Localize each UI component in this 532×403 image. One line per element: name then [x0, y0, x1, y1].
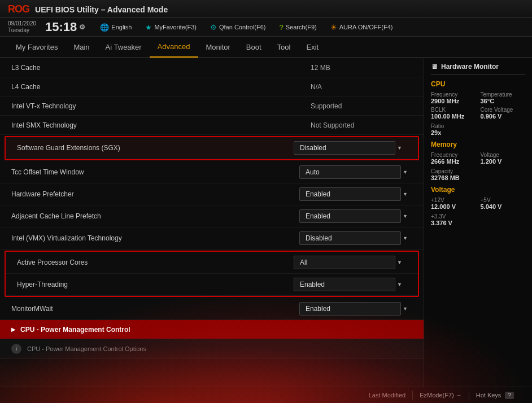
hw-cpu-grid: Frequency 2900 MHz Temperature 36°C BCLK…	[431, 91, 525, 120]
globe-icon: 🌐	[100, 23, 109, 32]
cpu-corevolt-label: Core Voltage	[481, 107, 526, 113]
search-button[interactable]: ? Search(F9)	[276, 22, 320, 33]
info-description-row: i CPU - Power Management Control Options	[0, 339, 424, 359]
v33-value: 3.376 V	[431, 220, 525, 226]
hw-voltage-title: Voltage	[431, 186, 525, 194]
qfan-button[interactable]: ⚙ Qfan Control(F6)	[207, 22, 269, 33]
cpu-ratio-value: 29x	[431, 129, 525, 136]
ezmode-label: EzMode(F7)	[420, 392, 454, 398]
info-buttons: 🌐 English ★ MyFavorite(F3) ⚙ Qfan Contro…	[97, 22, 396, 33]
setting-value: Supported	[311, 102, 412, 110]
tcc-dropdown[interactable]: Auto	[299, 165, 401, 179]
search-label: Search(F9)	[286, 24, 317, 30]
table-row: Hardware Prefetcher Enabled Disabled	[0, 183, 424, 205]
hw-memory-title: Memory	[431, 141, 525, 148]
favorite-icon: ★	[145, 23, 152, 32]
footer-hotkeys[interactable]: Hot Keys ?	[469, 391, 521, 400]
time-value: 15:18	[45, 20, 77, 34]
hyperthreading-dropdown[interactable]: Enabled Disabled	[294, 278, 395, 291]
qfan-icon: ⚙	[210, 23, 217, 32]
setting-label: Tcc Offset Time Window	[11, 168, 299, 176]
datetime: 09/01/2020 Tuesday	[8, 20, 36, 34]
aura-label: AURA ON/OFF(F4)	[339, 24, 393, 30]
aura-button[interactable]: ☀ AURA ON/OFF(F4)	[327, 22, 396, 33]
section-header-label: CPU - Power Management Control	[20, 326, 412, 334]
qfan-label: Qfan Control(F6)	[219, 24, 266, 30]
myfavorite-label: MyFavorite(F3)	[154, 24, 197, 30]
mem-freq-value: 2666 MHz	[431, 158, 476, 165]
nav-item-favorites[interactable]: My Favorites	[8, 36, 66, 58]
setting-value: 12 MB	[311, 64, 412, 72]
vmx-dropdown[interactable]: Disabled Enabled	[299, 231, 401, 245]
sgx-dropdown[interactable]: Disabled Enabled Software Controlled	[294, 141, 395, 155]
monitormwait-dropdown[interactable]: Enabled Disabled	[299, 302, 401, 316]
table-row: Intel SMX Technology Not Supported	[0, 116, 424, 135]
sgx-label: Software Guard Extensions (SGX)	[17, 144, 294, 152]
active-cores-dropdown[interactable]: All 1 2	[294, 256, 395, 269]
mem-volt-value: 1.200 V	[481, 158, 526, 165]
settings-table: L3 Cache 12 MB L4 Cache N/A Intel VT-x T…	[0, 58, 424, 387]
date-display: 09/01/2020	[8, 20, 36, 27]
table-row: Tcc Offset Time Window Auto	[0, 161, 424, 183]
cpu-bclk-label: BCLK	[431, 107, 476, 113]
tcc-dropdown-wrapper: Auto	[299, 165, 412, 179]
footer-last-modified: Last Modified	[362, 391, 413, 400]
mem-cap-value: 32768 MB	[431, 174, 525, 181]
v5-label: +5V	[481, 197, 526, 203]
aura-icon: ☀	[330, 23, 337, 32]
nav-item-aitweaker[interactable]: Ai Tweaker	[98, 36, 150, 58]
hw-monitor-title-text: Hardware Monitor	[441, 63, 499, 71]
hw-prefetch-dropdown-wrapper: Enabled Disabled	[299, 187, 412, 201]
day-display: Tuesday	[8, 27, 36, 34]
settings-gear-icon[interactable]: ⚙	[79, 23, 85, 31]
info-description-text: CPU - Power Management Control Options	[27, 345, 146, 352]
title-bar: ROG UEFI BIOS Utility – Advanced Mode	[0, 0, 532, 18]
cpu-ratio-label: Ratio	[431, 123, 525, 129]
table-row: L4 Cache N/A	[0, 77, 424, 97]
active-cores-label: Active Processor Cores	[17, 259, 294, 266]
myfavorite-button[interactable]: ★ MyFavorite(F3)	[142, 22, 200, 33]
cpu-bclk-value: 100.00 MHz	[431, 113, 476, 120]
nav-item-monitor[interactable]: Monitor	[198, 36, 238, 58]
mem-cap-label: Capacity	[431, 168, 525, 174]
hotkeys-label: Hot Keys	[476, 392, 502, 398]
setting-value: N/A	[311, 83, 412, 91]
nav-item-boot[interactable]: Boot	[238, 36, 269, 58]
adj-cache-dropdown-wrapper: Enabled Disabled	[299, 209, 412, 223]
sgx-row: Software Guard Extensions (SGX) Disabled…	[6, 137, 418, 159]
nav-item-exit[interactable]: Exit	[298, 36, 326, 58]
table-row: L3 Cache 12 MB	[0, 58, 424, 77]
language-label: English	[111, 24, 132, 30]
setting-label: L3 Cache	[11, 64, 311, 72]
table-row: Intel VT-x Technology Supported	[0, 97, 424, 116]
processor-border-group: Active Processor Cores All 1 2 Hyper-Thr…	[5, 251, 419, 297]
vmx-dropdown-wrapper: Disabled Enabled	[299, 231, 412, 245]
hw-item: +3.3V 3.376 V	[431, 213, 525, 226]
hyperthreading-dropdown-wrapper: Enabled Disabled	[294, 278, 407, 291]
table-row: Adjacent Cache Line Prefetch Enabled Dis…	[0, 205, 424, 227]
nav-item-main[interactable]: Main	[66, 36, 97, 58]
monitormwait-dropdown-wrapper: Enabled Disabled	[299, 302, 412, 316]
setting-label: Intel SMX Technology	[11, 121, 311, 129]
hyperthreading-label: Hyper-Threading	[17, 281, 294, 288]
nav-item-advanced[interactable]: Advanced	[150, 36, 198, 58]
footer-ezmode[interactable]: EzMode(F7) →	[413, 391, 469, 400]
hw-item: Capacity 32768 MB	[431, 168, 525, 181]
hw-item: +12V 12.000 V	[431, 197, 476, 210]
language-button[interactable]: 🌐 English	[97, 22, 135, 33]
cpu-power-section-header[interactable]: ▶ CPU - Power Management Control	[0, 320, 424, 339]
hw-prefetch-dropdown[interactable]: Enabled Disabled	[299, 187, 401, 201]
info-bar: 09/01/2020 Tuesday 15:18 ⚙ 🌐 English ★ M…	[0, 18, 532, 37]
hw-item: BCLK 100.00 MHz	[431, 107, 476, 120]
hw-memory-grid: Frequency 2666 MHz Voltage 1.200 V	[431, 152, 525, 165]
adj-cache-dropdown[interactable]: Enabled Disabled	[299, 209, 401, 223]
nav-item-tool[interactable]: Tool	[269, 36, 299, 58]
nav-bar: My Favorites Main Ai Tweaker Advanced Mo…	[0, 37, 532, 58]
hyperthreading-row: Hyper-Threading Enabled Disabled	[6, 274, 418, 296]
cpu-corevolt-value: 0.906 V	[481, 113, 526, 120]
sgx-dropdown-wrapper: Disabled Enabled Software Controlled	[294, 141, 407, 155]
hotkeys-badge: ?	[505, 392, 514, 399]
ezmode-arrow-icon: →	[456, 392, 462, 398]
setting-label: Hardware Prefetcher	[11, 190, 299, 198]
hw-cpu-title: CPU	[431, 80, 525, 88]
